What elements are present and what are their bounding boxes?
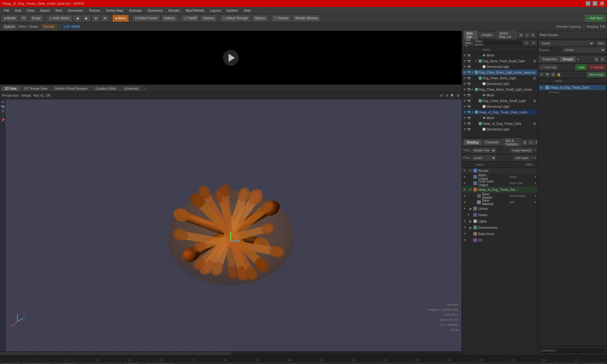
eye-icon-nodes[interactable]: 👁 [467, 213, 473, 216]
eye-icon-heap[interactable]: 👁 [463, 188, 469, 191]
select-through-button[interactable]: ◇ Select Through [220, 15, 251, 22]
new-pass-group-button[interactable]: New [596, 40, 606, 46]
tab-groups[interactable]: Groups [560, 57, 576, 62]
options-1-button[interactable]: Options [161, 15, 178, 22]
eye-icon-env[interactable]: 👁 [463, 226, 469, 229]
item-row[interactable]: 👁📷Directional Light [462, 126, 537, 132]
item-eye-icon[interactable]: 👁 [463, 82, 466, 86]
auto-select-button[interactable]: ⬡ Auto Select [47, 15, 72, 22]
menu-animate[interactable]: Animate [126, 8, 144, 13]
shade-row-final-color[interactable]: 👁 Final Color Output Final Color ▾ [462, 180, 537, 186]
pass-groups-select[interactable]: (none) [539, 40, 594, 46]
vp-eye-icon[interactable]: 👁 [1, 100, 5, 104]
item-row[interactable]: 👁📷▾Heap_of_Dog_Treats_Dark_modo... [462, 109, 537, 115]
sculpt-button[interactable]: Sculpt [29, 15, 44, 22]
options-2-button[interactable]: Options [200, 15, 217, 22]
render-button[interactable]: ⬡ Render [272, 15, 291, 22]
nav-2-button[interactable]: ▶ [83, 15, 91, 22]
minimize-button[interactable]: ─ [586, 1, 591, 6]
audio-button[interactable]: 🔊 Audio [2, 363, 20, 364]
item-eye-icon[interactable]: 👁 [463, 111, 466, 114]
menu-view[interactable]: View [24, 8, 37, 13]
nav-1-button[interactable]: ◀ [73, 15, 82, 22]
model-mode-button[interactable]: ● Model [1, 15, 18, 22]
item-expand-arrow[interactable]: ▾ [472, 111, 475, 114]
paused-button[interactable]: Paused [41, 24, 57, 30]
final-dropdown[interactable]: ▾ [535, 182, 536, 185]
item-row[interactable]: 👁📷Mesh [462, 92, 537, 98]
item-eye-icon[interactable]: 👁 [463, 122, 466, 125]
item-eye-icon[interactable]: 👁 [463, 59, 466, 63]
item-row[interactable]: 👁📷▾Dog_Chew_Bone_Small_Light_modo_ba... [462, 87, 537, 92]
groups-lock-btn[interactable]: 🔒 [556, 72, 561, 77]
new-group-button[interactable]: New Group [587, 72, 606, 77]
eye-icon-final[interactable]: 👁 [463, 182, 469, 185]
item-row[interactable]: 👁📷Dog_Chew_Bone_Small_Light2 [462, 98, 537, 104]
eye-icon-lights[interactable]: 👁 [463, 220, 469, 223]
item-row[interactable]: 👁📷Dog_Chew_Bone_Light2 [462, 75, 537, 81]
filter-s-btn[interactable]: S [523, 40, 530, 46]
tab-vertex-map-list[interactable]: Vertex Map List [496, 31, 517, 39]
item-eye-icon[interactable]: 👁 [463, 71, 466, 74]
groups-icon-2[interactable]: F [600, 57, 605, 62]
nav-3-button[interactable]: ⊕ [92, 15, 100, 22]
maximize-button[interactable]: □ [592, 1, 598, 6]
discard-button[interactable]: ✕ Discard [588, 64, 606, 70]
preview-play-button[interactable] [223, 50, 239, 66]
vp-icon-2[interactable]: ↺ [445, 94, 448, 97]
menu-layout[interactable]: Layout [208, 8, 223, 13]
shade-row-environments[interactable]: 👁 ▶ Environments [462, 224, 537, 231]
tab-images[interactable]: Images [479, 32, 495, 38]
options-3-button[interactable]: Options [252, 15, 268, 22]
eye-icon-library[interactable]: 👁 [463, 207, 469, 210]
tab-gradient-editor[interactable]: Gradient Editor [92, 86, 120, 91]
action-center-button[interactable]: ⊡ Action Center [132, 15, 160, 22]
shading-icon-1[interactable]: ⚙ [522, 140, 527, 145]
item-eye-icon[interactable]: 👁 [463, 54, 466, 57]
pt-button[interactable]: Pt [19, 15, 28, 22]
play-button-labeled[interactable]: ▶ Play [124, 363, 139, 364]
bm-dropdown[interactable]: ▾ [535, 201, 536, 204]
shade-row-base-material[interactable]: 👁 Base Material (all) ▾ [462, 199, 537, 205]
groups-camera-btn[interactable]: 📷 [545, 72, 550, 77]
item-eye-icon[interactable]: 👁 [463, 105, 466, 108]
passes-select[interactable]: (none) [562, 47, 606, 53]
shade-row-base-shader[interactable]: 👁 Base Shader Full Shading ▾ [462, 193, 537, 199]
shading-filter-s[interactable]: S [534, 156, 536, 160]
shade-row-library[interactable]: 👁 ▶ Library [462, 205, 537, 212]
menu-file[interactable]: File [1, 8, 12, 13]
menu-maxtomodo[interactable]: MaxToModo [183, 8, 207, 13]
shade-row-bake[interactable]: 👁 Bake Items [462, 231, 537, 237]
item-list-content[interactable]: 👁📷Mesh👁📷▾Dog_Bone_Treat_Small_Dark2👁📷Dir… [462, 52, 537, 138]
cache-deformers-button[interactable]: Cache Deformers [145, 363, 175, 364]
groups-eye-btn[interactable]: 👁 [539, 72, 544, 77]
shade-row-render[interactable]: 👁 ▾ Render [462, 167, 537, 174]
render-window-button[interactable]: Render Window [292, 15, 321, 22]
close-button[interactable]: ✕ [599, 1, 604, 6]
vp-pin-icon[interactable]: 📌 [1, 118, 5, 122]
menu-edit[interactable]: Edit [13, 8, 24, 13]
item-eye-icon[interactable]: 👁 [463, 65, 466, 69]
filter-select[interactable]: (none) [471, 155, 496, 161]
item-row[interactable]: 👁📷Heap_of_Dog_Treats_Dark2 [462, 121, 537, 126]
item-row[interactable]: 👁📷Mesh [462, 52, 537, 58]
item-list-icon-2[interactable]: + [524, 33, 530, 38]
scroll-thumb[interactable] [0, 352, 231, 355]
animated-button[interactable]: Animated ▾ [56, 363, 78, 364]
item-list-icon-1[interactable]: ⚙ [518, 33, 524, 38]
expand-render[interactable]: ▾ [469, 169, 473, 173]
groups-icon-1[interactable]: ⚙ [594, 57, 599, 62]
vp-transform-icon[interactable]: ↔ [1, 114, 5, 117]
tab-uv-texture[interactable]: UV Texture View [21, 86, 51, 91]
add-item-dropdown[interactable]: Add Item ▾ [463, 40, 473, 46]
item-expand-arrow[interactable]: ▾ [472, 88, 475, 91]
tab-shading[interactable]: Shading [464, 140, 481, 145]
menu-system[interactable]: System [224, 8, 241, 13]
shader-dropdown[interactable]: ▾ [535, 194, 536, 197]
expand-heap[interactable]: ▾ [469, 188, 473, 191]
add-layer-button[interactable]: Add Layer [513, 155, 530, 161]
item-eye-icon[interactable]: 👁 [463, 116, 466, 120]
nav-4-button[interactable]: ⊗ [101, 15, 109, 22]
expand-heap-group[interactable]: ▶ [540, 86, 545, 89]
filter-f-btn[interactable]: F [530, 40, 537, 46]
